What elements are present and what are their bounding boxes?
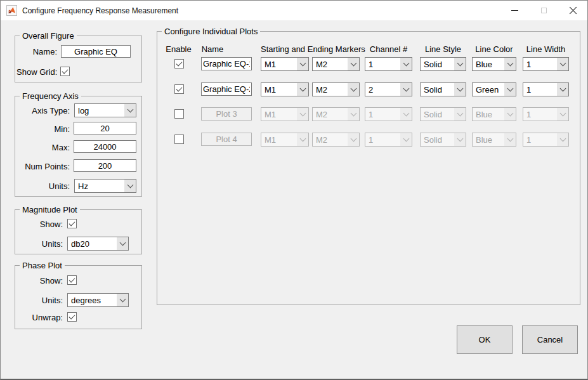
frequency-axis-group-title: Frequency Axis xyxy=(20,91,81,101)
enable-checkbox[interactable] xyxy=(174,109,184,119)
end-marker-select: M2 xyxy=(312,107,360,121)
chevron-down-icon xyxy=(348,133,359,146)
plot-name-input xyxy=(201,133,252,146)
num-points-input[interactable] xyxy=(74,159,136,172)
num-points-label: Num Points: xyxy=(18,162,70,171)
max-input[interactable] xyxy=(74,140,136,153)
unwrap-label: Unwrap: xyxy=(19,313,63,322)
mag-units-select[interactable]: db20 xyxy=(67,237,129,251)
chevron-down-icon xyxy=(297,133,308,146)
line-style-select: Solid xyxy=(420,107,466,121)
plot-row-4: M1 M2 1 Solid Blue 1 xyxy=(157,133,580,147)
line-width-select[interactable]: 1 xyxy=(523,57,569,71)
end-marker-select: M2 xyxy=(312,133,360,147)
close-button[interactable] xyxy=(558,1,587,20)
start-marker-select[interactable]: M1 xyxy=(261,82,309,96)
overall-figure-group-title: Overall Figure xyxy=(20,31,77,41)
maximize-button xyxy=(529,1,558,20)
freq-units-label: Units: xyxy=(18,181,70,191)
cancel-button[interactable]: Cancel xyxy=(522,325,578,354)
channel-value: 1 xyxy=(365,133,400,146)
line-style-value: Solid xyxy=(421,58,454,70)
line-color-select[interactable]: Blue xyxy=(472,57,516,71)
line-style-select[interactable]: Solid xyxy=(420,82,466,96)
end-marker-select[interactable]: M2 xyxy=(312,82,360,96)
chevron-down-icon xyxy=(454,108,466,121)
end-marker-value: M2 xyxy=(313,133,348,146)
window-title: Configure Frequency Response Measurement xyxy=(22,6,178,15)
show-grid-checkbox[interactable] xyxy=(60,67,70,76)
enable-checkbox[interactable] xyxy=(174,84,184,94)
channel-value: 1 xyxy=(365,58,400,70)
line-color-column-header: Line Color xyxy=(472,44,516,54)
chevron-down-icon xyxy=(557,58,568,70)
phase-units-label: Units: xyxy=(19,296,63,305)
phase-show-checkbox[interactable] xyxy=(67,275,77,285)
chevron-down-icon xyxy=(504,108,516,121)
line-width-value: 1 xyxy=(523,83,557,96)
line-color-select: Blue xyxy=(472,133,516,147)
line-color-select[interactable]: Green xyxy=(472,82,516,96)
mag-units-label: Units: xyxy=(19,239,63,249)
end-marker-value: M2 xyxy=(313,83,348,96)
chevron-down-icon xyxy=(124,104,136,117)
phase-units-value: degrees xyxy=(68,294,117,306)
line-width-select: 1 xyxy=(523,107,569,121)
line-style-value: Solid xyxy=(421,133,454,146)
channel-select[interactable]: 1 xyxy=(365,57,412,71)
start-marker-value: M1 xyxy=(261,108,297,121)
line-color-value: Blue xyxy=(473,133,504,146)
start-marker-select[interactable]: M1 xyxy=(261,57,309,71)
min-input[interactable] xyxy=(74,122,136,134)
min-label: Min: xyxy=(18,124,70,134)
plot-name-input xyxy=(201,107,252,121)
minimize-button[interactable] xyxy=(500,1,529,20)
start-marker-value: M1 xyxy=(261,83,297,96)
line-style-value: Solid xyxy=(421,83,454,96)
line-width-value: 1 xyxy=(523,133,557,146)
line-style-select[interactable]: Solid xyxy=(420,57,466,71)
line-color-value: Blue xyxy=(473,108,504,121)
channel-select: 1 xyxy=(365,133,412,147)
channel-select[interactable]: 2 xyxy=(365,82,412,96)
start-marker-select: M1 xyxy=(261,133,309,147)
figure-name-input[interactable] xyxy=(61,45,131,58)
chevron-down-icon xyxy=(400,58,412,70)
individual-plots-group-title: Configure Individual Plots xyxy=(162,27,260,36)
enable-checkbox[interactable] xyxy=(174,134,184,144)
axis-type-select[interactable]: log xyxy=(74,103,136,117)
line-width-column-header: Line Width xyxy=(523,44,569,54)
enable-checkbox[interactable] xyxy=(174,59,184,69)
ok-button[interactable]: OK xyxy=(457,325,513,354)
overall-figure-group: Overall Figure Name: Show Grid: xyxy=(15,36,142,82)
chevron-down-icon xyxy=(504,83,516,96)
titlebar: Configure Frequency Response Measurement xyxy=(1,1,587,20)
maximize-icon xyxy=(541,8,547,13)
end-marker-select[interactable]: M2 xyxy=(312,57,360,71)
show-grid-label: Show Grid: xyxy=(16,67,56,77)
plot-name-input[interactable] xyxy=(201,57,252,70)
chevron-down-icon xyxy=(297,108,308,121)
channel-value: 1 xyxy=(365,108,400,121)
name-label: Name: xyxy=(20,47,57,56)
mag-show-label: Show: xyxy=(19,219,63,229)
mag-units-value: db20 xyxy=(68,237,117,250)
line-color-select: Blue xyxy=(472,107,516,121)
end-marker-value: M2 xyxy=(313,108,348,121)
line-color-value: Blue xyxy=(473,58,504,70)
start-marker-value: M1 xyxy=(261,58,297,70)
chevron-down-icon xyxy=(400,133,412,146)
chevron-down-icon xyxy=(297,58,308,70)
unwrap-checkbox[interactable] xyxy=(67,312,77,322)
line-width-value: 1 xyxy=(523,58,557,70)
chevron-down-icon xyxy=(504,58,516,70)
chevron-down-icon xyxy=(400,83,412,96)
phase-units-select[interactable]: degrees xyxy=(67,293,129,307)
chevron-down-icon xyxy=(117,237,128,250)
freq-units-select[interactable]: Hz xyxy=(74,179,136,193)
mag-show-checkbox[interactable] xyxy=(67,219,77,228)
freq-units-value: Hz xyxy=(75,180,124,192)
line-width-select[interactable]: 1 xyxy=(523,82,569,96)
plot-name-input[interactable] xyxy=(201,82,252,96)
magnitude-plot-group-title: Magnitude Plot xyxy=(20,205,80,214)
